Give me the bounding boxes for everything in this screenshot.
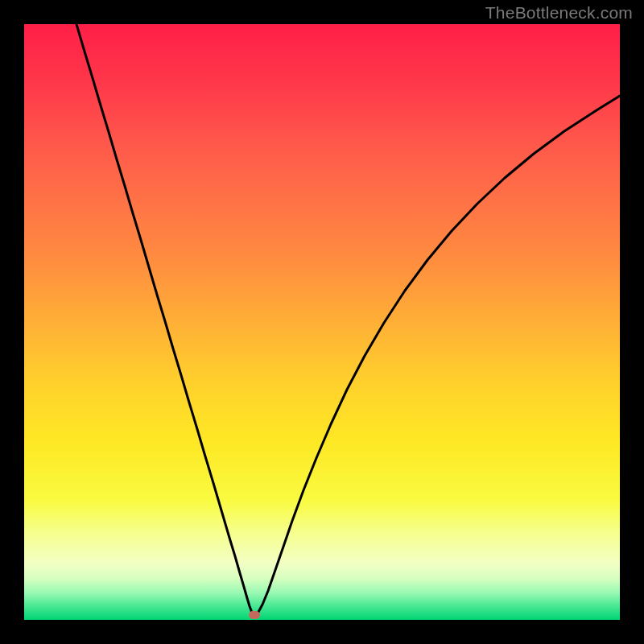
chart-frame [24,24,620,620]
gradient-background [24,24,620,620]
svg-rect-0 [24,24,620,620]
watermark-text: TheBottleneck.com [485,3,633,23]
